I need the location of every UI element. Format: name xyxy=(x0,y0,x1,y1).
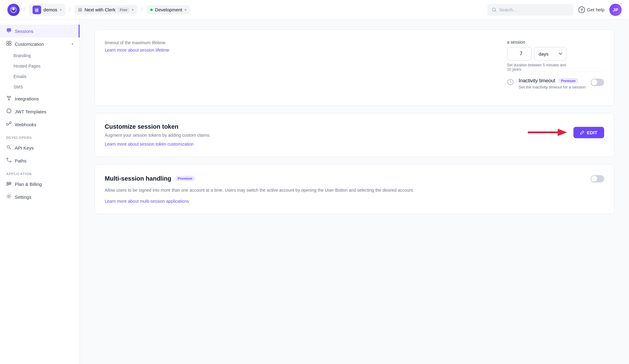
sidebar-item-jwt-templates[interactable]: JWT Templates xyxy=(0,105,80,118)
breadcrumb-sep-2: / xyxy=(69,6,71,13)
help-button[interactable]: ? Get help xyxy=(578,6,604,13)
avatar[interactable]: JP xyxy=(609,4,622,16)
svg-point-15 xyxy=(7,146,10,148)
svg-point-22 xyxy=(8,195,10,197)
edit-button[interactable]: EDIT xyxy=(573,127,604,138)
svg-point-17 xyxy=(10,161,11,162)
sidebar-item-hosted-pages[interactable]: Hosted Pages xyxy=(14,61,80,71)
edit-label: EDIT xyxy=(587,130,597,135)
sidebar-item-webhooks[interactable]: Webhooks xyxy=(0,118,80,131)
project-name: Next with Clerk xyxy=(84,7,115,12)
project-selector[interactable]: ⊞ Next with Clerk Free ▾ xyxy=(74,5,137,14)
logo xyxy=(7,4,20,16)
sidebar-webhooks-label: Webhooks xyxy=(15,122,37,127)
svg-rect-18 xyxy=(7,182,11,183)
sidebar-item-sessions[interactable]: Sessions xyxy=(0,25,80,37)
red-arrow-annotation xyxy=(525,123,568,142)
sidebar-item-plan-billing[interactable]: Plan & Billing xyxy=(0,178,80,190)
sidebar-integrations-label: Integrations xyxy=(15,96,39,101)
developers-section-label: DEVELOPERS xyxy=(0,131,80,141)
svg-rect-21 xyxy=(10,184,11,184)
project-icon: ⊞ xyxy=(78,7,82,13)
customize-session-card: Customize session token Augment your ses… xyxy=(95,113,614,157)
session-desc-text: timeout of the maximum lifetime. xyxy=(105,40,495,46)
breadcrumb-sep-3: / xyxy=(141,6,143,13)
session-lifetime-link[interactable]: Learn more about session lifetime xyxy=(105,48,169,53)
session-number-input[interactable] xyxy=(507,47,532,61)
integrations-icon xyxy=(6,95,12,102)
svg-rect-10 xyxy=(9,44,11,45)
inactivity-title: Inactivity timeout xyxy=(519,78,555,84)
multi-title-row: Multi-session handling Premium xyxy=(105,175,195,182)
app-selector[interactable]: ▦ demos ▾ xyxy=(29,4,65,16)
svg-point-0 xyxy=(12,8,15,10)
inactivity-toggle[interactable] xyxy=(591,79,604,86)
sidebar-item-emails[interactable]: Emails xyxy=(14,71,80,82)
clock-icon xyxy=(507,79,514,87)
svg-rect-7 xyxy=(7,41,9,43)
multi-session-learn-link[interactable]: Learn more about multi-session applicati… xyxy=(105,199,189,204)
inactivity-timeout-row: Inactivity timeout Premium Set the inact… xyxy=(507,72,604,96)
edit-icon xyxy=(580,130,584,135)
sidebar-paths-label: Paths xyxy=(15,158,26,163)
inactivity-title-row: Inactivity timeout Premium xyxy=(519,78,586,84)
main-content: timeout of the maximum lifetime. Learn m… xyxy=(80,20,629,364)
env-name: Development xyxy=(155,7,182,12)
search-bar[interactable]: Search... xyxy=(487,4,573,16)
session-unit-select[interactable]: days hours minutes weeks xyxy=(534,47,566,61)
sidebar-sessions-label: Sessions xyxy=(15,29,33,34)
sidebar-plan-billing-label: Plan & Billing xyxy=(15,182,42,187)
svg-rect-8 xyxy=(9,41,11,43)
session-duration-inputs: days hours minutes weeks xyxy=(507,47,604,61)
plan-badge: Free xyxy=(118,7,129,12)
app-icon: ▦ xyxy=(33,6,41,14)
customization-chevron-icon: ▾ xyxy=(72,42,73,46)
svg-point-11 xyxy=(7,96,8,97)
svg-marker-24 xyxy=(558,129,567,136)
session-lifetime-card: timeout of the maximum lifetime. Learn m… xyxy=(95,29,614,106)
session-right-label: a session xyxy=(507,40,604,45)
customize-card-title: Customize session token xyxy=(105,123,518,130)
svg-rect-5 xyxy=(7,28,11,32)
multi-session-badge: Premium xyxy=(175,176,195,181)
env-chevron-icon: ▾ xyxy=(185,8,186,12)
env-status-dot xyxy=(150,9,153,11)
search-placeholder: Search... xyxy=(499,7,516,12)
multi-session-toggle[interactable] xyxy=(591,175,604,182)
session-left: timeout of the maximum lifetime. Learn m… xyxy=(105,40,495,96)
svg-point-13 xyxy=(8,99,10,100)
customize-learn-link[interactable]: Learn more about session token customiza… xyxy=(105,142,194,147)
env-selector[interactable]: Development ▾ xyxy=(147,5,190,14)
sidebar-item-paths[interactable]: Paths xyxy=(0,154,80,167)
sidebar-item-sms[interactable]: SMS xyxy=(14,82,80,92)
customization-icon xyxy=(6,41,12,47)
sidebar-jwt-label: JWT Templates xyxy=(15,109,46,114)
sidebar-item-api-keys[interactable]: API Keys xyxy=(0,141,80,154)
customize-card-inner: Customize session token Augment your ses… xyxy=(105,123,604,147)
multi-session-card: Multi-session handling Premium Allow use… xyxy=(95,164,614,214)
webhooks-icon xyxy=(6,121,12,128)
multi-session-header: Multi-session handling Premium xyxy=(105,174,604,182)
sidebar-item-customization[interactable]: Customization ▾ xyxy=(0,37,80,50)
sidebar-item-integrations[interactable]: Integrations xyxy=(0,92,80,105)
application-section-label: APPLICATION xyxy=(0,167,80,178)
jwt-templates-icon xyxy=(6,108,12,115)
session-duration-hint: Set duration between 5 minutes and10 yea… xyxy=(507,63,604,72)
svg-rect-19 xyxy=(7,184,8,186)
api-keys-icon xyxy=(6,144,12,151)
sidebar-customization-label: Customization xyxy=(15,41,44,47)
paths-icon xyxy=(6,157,12,164)
svg-rect-20 xyxy=(8,184,10,185)
customize-card-desc: Augment your session tokens by adding cu… xyxy=(105,133,518,138)
sidebar-item-branding[interactable]: Branding xyxy=(14,50,80,61)
sidebar-api-keys-label: API Keys xyxy=(15,145,34,151)
main-layout: Sessions Customization ▾ Branding Hosted… xyxy=(0,20,629,364)
inactivity-desc: Set the inactivity timeout for a session xyxy=(519,85,586,89)
inactivity-premium-badge: Premium xyxy=(558,78,578,84)
customize-actions: EDIT xyxy=(525,123,604,142)
svg-rect-6 xyxy=(8,32,10,33)
help-label: Get help xyxy=(587,7,604,12)
sidebar-item-settings[interactable]: Settings xyxy=(0,190,80,203)
inactivity-content: Inactivity timeout Premium Set the inact… xyxy=(519,78,586,89)
sessions-icon xyxy=(6,28,12,34)
